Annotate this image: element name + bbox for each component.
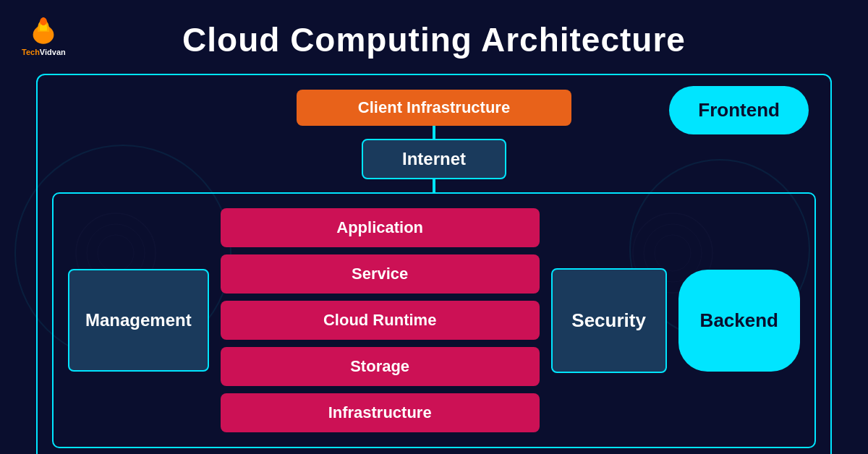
- layer-application: Application: [221, 208, 540, 247]
- svg-point-9: [41, 17, 48, 25]
- layers-column: Application Service Cloud Runtime Storag…: [221, 208, 540, 432]
- header: TechVidvan Cloud Computing Architecture: [0, 0, 868, 74]
- logo-icon: [25, 9, 62, 46]
- layer-cloud-runtime: Cloud Runtime: [221, 301, 540, 340]
- outer-box: Client Infrastructure Frontend Internet …: [36, 74, 832, 454]
- connector-top: [433, 126, 435, 139]
- logo: TechVidvan: [22, 9, 66, 56]
- conn-line-2: [433, 179, 435, 192]
- diagram-wrapper: Client Infrastructure Frontend Internet …: [0, 74, 868, 454]
- frontend-node: Frontend: [669, 86, 809, 134]
- connector-mid: [433, 179, 435, 192]
- internet-node: Internet: [362, 139, 506, 179]
- layer-service: Service: [221, 254, 540, 294]
- conn-line-1: [433, 126, 435, 139]
- management-node: Management: [68, 269, 209, 372]
- client-infrastructure-node: Client Infrastructure: [297, 90, 571, 126]
- layer-storage: Storage: [221, 347, 540, 386]
- layer-infrastructure: Infrastructure: [221, 393, 540, 432]
- inner-section: Management Application Service Cloud Run…: [52, 192, 816, 448]
- page-title: Cloud Computing Architecture: [22, 13, 846, 67]
- backend-node: Backend: [678, 270, 800, 372]
- logo-text: TechVidvan: [22, 48, 66, 56]
- top-row: Client Infrastructure Frontend: [52, 90, 816, 126]
- security-node: Security: [551, 268, 667, 373]
